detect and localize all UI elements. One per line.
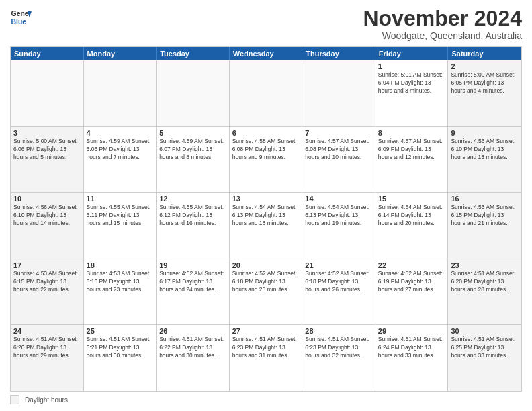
day-info: Sunrise: 4:53 AM Sunset: 6:15 PM Dayligh… xyxy=(13,270,81,294)
calendar-row-2: 10Sunrise: 4:56 AM Sunset: 6:10 PM Dayli… xyxy=(11,192,521,259)
calendar-row-0: 1Sunrise: 5:01 AM Sunset: 6:04 PM Daylig… xyxy=(11,60,521,126)
day-info: Sunrise: 4:52 AM Sunset: 6:18 PM Dayligh… xyxy=(305,270,372,294)
calendar-page: General Blue November 2024 Woodgate, Que… xyxy=(0,0,532,411)
logo: General Blue xyxy=(10,7,32,28)
day-number: 27 xyxy=(232,327,300,335)
day-number: 6 xyxy=(232,129,300,137)
svg-text:Blue: Blue xyxy=(11,18,27,26)
day-info: Sunrise: 4:51 AM Sunset: 6:23 PM Dayligh… xyxy=(305,336,372,360)
day-info: Sunrise: 4:51 AM Sunset: 6:24 PM Dayligh… xyxy=(378,336,445,360)
day-info: Sunrise: 4:58 AM Sunset: 6:08 PM Dayligh… xyxy=(232,138,300,162)
day-info: Sunrise: 4:51 AM Sunset: 6:22 PM Dayligh… xyxy=(159,336,226,360)
page-header: General Blue November 2024 Woodgate, Que… xyxy=(10,7,522,41)
calendar-cell: 9Sunrise: 4:56 AM Sunset: 6:10 PM Daylig… xyxy=(448,127,521,193)
day-number: 10 xyxy=(13,195,81,203)
calendar: SundayMondayTuesdayWednesdayThursdayFrid… xyxy=(10,46,522,392)
weekday-header-saturday: Saturday xyxy=(448,47,521,60)
day-number: 26 xyxy=(159,327,226,335)
day-info: Sunrise: 4:51 AM Sunset: 6:20 PM Dayligh… xyxy=(13,336,81,360)
day-number: 4 xyxy=(87,129,154,137)
day-info: Sunrise: 4:59 AM Sunset: 6:07 PM Dayligh… xyxy=(159,138,226,162)
day-info: Sunrise: 5:00 AM Sunset: 6:06 PM Dayligh… xyxy=(13,138,81,162)
day-number: 28 xyxy=(305,327,372,335)
day-number: 20 xyxy=(232,261,300,269)
legend-label: Daylight hours xyxy=(25,396,68,404)
day-info: Sunrise: 4:51 AM Sunset: 6:21 PM Dayligh… xyxy=(87,336,154,360)
calendar-cell xyxy=(84,60,157,126)
day-number: 17 xyxy=(13,261,81,269)
calendar-header: SundayMondayTuesdayWednesdayThursdayFrid… xyxy=(11,47,521,60)
calendar-cell: 19Sunrise: 4:52 AM Sunset: 6:17 PM Dayli… xyxy=(157,259,230,325)
day-info: Sunrise: 4:51 AM Sunset: 6:25 PM Dayligh… xyxy=(451,336,519,360)
day-info: Sunrise: 4:51 AM Sunset: 6:23 PM Dayligh… xyxy=(232,336,300,360)
weekday-header-friday: Friday xyxy=(375,47,449,60)
day-info: Sunrise: 4:56 AM Sunset: 6:10 PM Dayligh… xyxy=(451,138,519,162)
weekday-header-monday: Monday xyxy=(84,47,157,60)
day-number: 25 xyxy=(87,327,154,335)
day-number: 29 xyxy=(378,327,445,335)
day-number: 2 xyxy=(451,62,519,71)
day-info: Sunrise: 4:53 AM Sunset: 6:15 PM Dayligh… xyxy=(451,203,519,228)
calendar-cell: 30Sunrise: 4:51 AM Sunset: 6:25 PM Dayli… xyxy=(448,325,521,391)
calendar-cell: 2Sunrise: 5:00 AM Sunset: 6:05 PM Daylig… xyxy=(448,60,521,126)
calendar-body: 1Sunrise: 5:01 AM Sunset: 6:04 PM Daylig… xyxy=(11,60,521,391)
calendar-cell: 10Sunrise: 4:56 AM Sunset: 6:10 PM Dayli… xyxy=(11,193,84,259)
calendar-cell: 3Sunrise: 5:00 AM Sunset: 6:06 PM Daylig… xyxy=(11,127,84,193)
calendar-cell: 20Sunrise: 4:52 AM Sunset: 6:18 PM Dayli… xyxy=(230,259,303,325)
day-number: 22 xyxy=(378,261,445,269)
weekday-header-wednesday: Wednesday xyxy=(230,47,303,60)
calendar-cell: 27Sunrise: 4:51 AM Sunset: 6:23 PM Dayli… xyxy=(230,325,303,391)
calendar-cell: 1Sunrise: 5:01 AM Sunset: 6:04 PM Daylig… xyxy=(375,60,449,126)
day-info: Sunrise: 4:57 AM Sunset: 6:09 PM Dayligh… xyxy=(378,138,445,162)
day-number: 23 xyxy=(451,261,519,269)
calendar-cell: 5Sunrise: 4:59 AM Sunset: 6:07 PM Daylig… xyxy=(157,127,230,193)
calendar-cell: 24Sunrise: 4:51 AM Sunset: 6:20 PM Dayli… xyxy=(11,325,84,391)
day-info: Sunrise: 4:56 AM Sunset: 6:10 PM Dayligh… xyxy=(13,203,81,228)
calendar-cell: 15Sunrise: 4:54 AM Sunset: 6:14 PM Dayli… xyxy=(375,193,449,259)
day-number: 19 xyxy=(159,261,226,269)
day-number: 21 xyxy=(305,261,372,269)
weekday-header-tuesday: Tuesday xyxy=(157,47,230,60)
calendar-cell: 12Sunrise: 4:55 AM Sunset: 6:12 PM Dayli… xyxy=(157,193,230,259)
day-number: 1 xyxy=(378,62,445,71)
calendar-cell: 6Sunrise: 4:58 AM Sunset: 6:08 PM Daylig… xyxy=(230,127,303,193)
calendar-cell xyxy=(302,60,375,126)
day-info: Sunrise: 4:54 AM Sunset: 6:13 PM Dayligh… xyxy=(305,203,372,228)
calendar-cell: 21Sunrise: 4:52 AM Sunset: 6:18 PM Dayli… xyxy=(302,259,375,325)
calendar-row-1: 3Sunrise: 5:00 AM Sunset: 6:06 PM Daylig… xyxy=(11,126,521,193)
calendar-row-3: 17Sunrise: 4:53 AM Sunset: 6:15 PM Dayli… xyxy=(11,259,521,325)
title-block: November 2024 Woodgate, Queensland, Aust… xyxy=(363,7,522,41)
day-number: 30 xyxy=(451,327,519,335)
calendar-cell: 4Sunrise: 4:59 AM Sunset: 6:06 PM Daylig… xyxy=(84,127,157,193)
day-number: 11 xyxy=(87,195,154,203)
calendar-cell xyxy=(157,60,230,126)
calendar-cell: 23Sunrise: 4:51 AM Sunset: 6:20 PM Dayli… xyxy=(448,259,521,325)
day-info: Sunrise: 4:52 AM Sunset: 6:17 PM Dayligh… xyxy=(159,270,226,294)
day-number: 14 xyxy=(305,195,372,203)
calendar-cell: 17Sunrise: 4:53 AM Sunset: 6:15 PM Dayli… xyxy=(11,259,84,325)
legend: Daylight hours xyxy=(10,395,522,404)
day-number: 18 xyxy=(87,261,154,269)
calendar-row-4: 24Sunrise: 4:51 AM Sunset: 6:20 PM Dayli… xyxy=(11,324,521,391)
day-info: Sunrise: 4:54 AM Sunset: 6:14 PM Dayligh… xyxy=(378,203,445,228)
calendar-cell: 26Sunrise: 4:51 AM Sunset: 6:22 PM Dayli… xyxy=(157,325,230,391)
calendar-cell: 22Sunrise: 4:52 AM Sunset: 6:19 PM Dayli… xyxy=(375,259,449,325)
day-number: 3 xyxy=(13,129,81,137)
day-info: Sunrise: 5:01 AM Sunset: 6:04 PM Dayligh… xyxy=(378,71,445,95)
calendar-cell: 18Sunrise: 4:53 AM Sunset: 6:16 PM Dayli… xyxy=(84,259,157,325)
day-number: 5 xyxy=(159,129,226,137)
calendar-cell: 29Sunrise: 4:51 AM Sunset: 6:24 PM Dayli… xyxy=(375,325,449,391)
calendar-cell: 11Sunrise: 4:55 AM Sunset: 6:11 PM Dayli… xyxy=(84,193,157,259)
day-info: Sunrise: 4:52 AM Sunset: 6:19 PM Dayligh… xyxy=(378,270,445,294)
calendar-cell xyxy=(230,60,303,126)
calendar-cell: 13Sunrise: 4:54 AM Sunset: 6:13 PM Dayli… xyxy=(230,193,303,259)
calendar-cell: 8Sunrise: 4:57 AM Sunset: 6:09 PM Daylig… xyxy=(375,127,449,193)
weekday-header-thursday: Thursday xyxy=(302,47,375,60)
logo-icon: General Blue xyxy=(10,7,32,28)
day-info: Sunrise: 4:59 AM Sunset: 6:06 PM Dayligh… xyxy=(87,138,154,162)
day-number: 16 xyxy=(451,195,519,203)
day-info: Sunrise: 4:54 AM Sunset: 6:13 PM Dayligh… xyxy=(232,203,300,228)
legend-box xyxy=(10,395,19,404)
calendar-cell xyxy=(11,60,84,126)
calendar-cell: 28Sunrise: 4:51 AM Sunset: 6:23 PM Dayli… xyxy=(302,325,375,391)
